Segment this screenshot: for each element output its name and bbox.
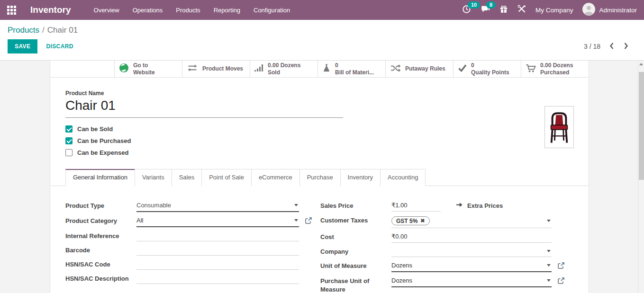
tab-sales[interactable]: Sales: [172, 169, 202, 186]
customer-taxes-input[interactable]: GST 5% ✖: [391, 215, 552, 228]
can-be-purchased-checkbox[interactable]: [65, 137, 73, 144]
menu-operations[interactable]: Operations: [127, 4, 169, 17]
tab-variants[interactable]: Variants: [135, 169, 172, 186]
barcode-input[interactable]: [136, 245, 299, 256]
hsn-code-input[interactable]: [136, 259, 299, 270]
breadcrumb: Products/Chair 01: [0, 20, 644, 36]
extra-prices-link[interactable]: Extra Prices: [456, 200, 503, 209]
product-name-input[interactable]: Chair 01: [65, 98, 343, 118]
internal-reference-input[interactable]: [136, 231, 299, 241]
stat-label: Bill of Materi...: [335, 69, 374, 76]
product-type-row: Product Type Consumable: [65, 200, 299, 212]
external-link-icon[interactable]: [305, 217, 312, 224]
company-switcher[interactable]: My Company: [535, 7, 573, 14]
tab-inventory[interactable]: Inventory: [340, 169, 381, 186]
quality-points-button[interactable]: 0Quality Points: [453, 61, 521, 77]
breadcrumb-products-link[interactable]: Products: [8, 26, 39, 35]
activities-badge: 10: [468, 1, 480, 9]
scroll-up-arrow-icon[interactable]: [639, 63, 643, 65]
product-moves-button[interactable]: Product Moves: [182, 61, 250, 77]
purchase-uom-value: Dozens: [391, 277, 412, 284]
hsn-description-label: HSN/SAC Description: [65, 273, 136, 284]
sales-price-value: ₹1.00: [391, 202, 408, 209]
purchase-uom-select[interactable]: Dozens: [391, 275, 552, 287]
gift-icon: [499, 5, 508, 15]
messages-button[interactable]: 8: [481, 5, 490, 15]
tab-purchase[interactable]: Purchase: [299, 169, 341, 186]
stat-value: 0: [335, 62, 374, 69]
chevron-down-icon[interactable]: [547, 220, 551, 222]
product-category-select[interactable]: All: [136, 215, 299, 227]
tab-general-information[interactable]: General Information: [65, 169, 135, 186]
pager-previous-button[interactable]: [608, 41, 615, 52]
uom-label: Unit of Measure: [320, 260, 391, 272]
bill-of-materials-button[interactable]: 0Bill of Materi...: [317, 61, 385, 77]
messages-badge: 8: [486, 1, 496, 9]
breadcrumb-separator: /: [42, 26, 45, 35]
tab-accounting[interactable]: Accounting: [380, 169, 426, 186]
external-link-icon[interactable]: [558, 262, 564, 269]
stat-value: 0: [471, 62, 509, 69]
chevron-down-icon[interactable]: [547, 250, 551, 252]
can-be-sold-label: Can be Sold: [77, 125, 113, 133]
tax-tag: GST 5% ✖: [391, 216, 430, 225]
hsn-code-row: HSN/SAC Code: [65, 259, 299, 270]
can-be-sold-checkbox[interactable]: [65, 125, 73, 133]
product-image[interactable]: [544, 106, 574, 148]
sales-price-label: Sales Price: [320, 200, 391, 212]
uom-value: Dozens: [391, 262, 412, 269]
chevron-down-icon[interactable]: [294, 219, 298, 222]
tag-remove-icon[interactable]: ✖: [420, 218, 425, 224]
stat-label: Product Moves: [202, 65, 243, 72]
hsn-description-input[interactable]: [136, 273, 299, 284]
cost-value: ₹0.00: [391, 233, 408, 240]
menu-reporting[interactable]: Reporting: [208, 4, 246, 17]
chevron-down-icon[interactable]: [547, 264, 551, 266]
tab-point-of-sale[interactable]: Point of Sale: [201, 169, 252, 186]
main-menu: Overview Operations Products Reporting C…: [88, 4, 296, 17]
barcode-label: Barcode: [65, 245, 136, 256]
user-menu[interactable]: Administrator: [582, 3, 637, 18]
uom-select[interactable]: Dozens: [391, 260, 552, 272]
save-button[interactable]: SAVE: [8, 39, 37, 53]
pager-next-button[interactable]: [623, 41, 630, 52]
menu-overview[interactable]: Overview: [88, 4, 125, 17]
cost-input[interactable]: ₹0.00: [391, 231, 552, 243]
sales-price-row: Sales Price ₹1.00 Extra Prices: [320, 200, 552, 212]
menu-products[interactable]: Products: [170, 4, 206, 17]
top-navbar: Inventory Overview Operations Products R…: [0, 0, 644, 20]
flask-icon: [322, 63, 331, 74]
vertical-scrollbar[interactable]: [638, 61, 644, 293]
support-tools-button[interactable]: [517, 5, 526, 15]
purchased-stat-button[interactable]: 0.00 DozensPurchased: [521, 61, 589, 77]
external-link-icon[interactable]: [558, 277, 564, 284]
activities-button[interactable]: 10: [462, 5, 471, 16]
stat-value: Go to: [133, 62, 155, 69]
scrollbar-thumb[interactable]: [639, 72, 644, 180]
tab-ecommerce[interactable]: eCommerce: [251, 169, 300, 186]
chevron-down-icon[interactable]: [547, 279, 551, 282]
product-type-select[interactable]: Consumable: [136, 200, 299, 212]
menu-configuration[interactable]: Configuration: [248, 4, 296, 17]
stat-label: Sold: [268, 69, 300, 76]
barcode-row: Barcode: [65, 245, 299, 256]
product-category-value: All: [136, 217, 143, 224]
pager: 3 / 18: [584, 41, 630, 52]
tools-icon: [517, 5, 526, 15]
putaway-rules-button[interactable]: Putaway Rules: [385, 61, 453, 77]
extra-prices-label: Extra Prices: [467, 202, 503, 209]
company-select[interactable]: [391, 246, 552, 257]
discard-button[interactable]: DISCARD: [46, 43, 73, 50]
gift-button[interactable]: [499, 5, 508, 15]
app-title[interactable]: Inventory: [30, 5, 71, 15]
chevron-down-icon[interactable]: [294, 204, 298, 206]
go-to-website-button[interactable]: Go toWebsite: [114, 61, 182, 77]
sold-stat-button[interactable]: 0.00 DozensSold: [250, 61, 317, 77]
stat-label: Website: [133, 69, 155, 76]
apps-menu-icon[interactable]: [7, 6, 16, 15]
chair-image: [548, 109, 571, 145]
hsn-code-label: HSN/SAC Code: [65, 259, 136, 270]
can-be-expensed-checkbox[interactable]: [65, 149, 73, 156]
sales-price-input[interactable]: ₹1.00: [391, 200, 441, 212]
can-be-expensed-row: Can be Expensed: [65, 147, 573, 159]
